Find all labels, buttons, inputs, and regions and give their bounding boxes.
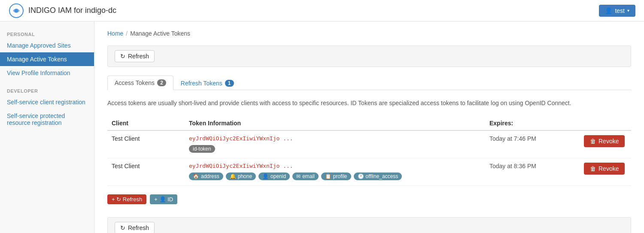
row2-action: 🗑 Revoke <box>580 158 631 186</box>
row1-client: Test Client <box>107 130 185 158</box>
brand-logo <box>9 3 24 18</box>
row1-revoke-label: Revoke <box>598 138 619 145</box>
tab-refresh-tokens-badge: 1 <box>225 80 234 87</box>
row1-badge-id-token: id-token <box>189 145 215 153</box>
row2-scope-badges: 🏠 address 🔔 phone 👤 openid ✉ email 📋 pro… <box>189 172 481 181</box>
row2-token-string: eyJrdWQiOiJyc2ExIiwiYWxnIjo ... <box>189 163 481 169</box>
breadcrumb-current: Manage Active Tokens <box>130 30 190 37</box>
refresh-icon: ↻ <box>120 53 125 60</box>
breadcrumb-separator: / <box>126 30 128 37</box>
tab-access-tokens-badge: 2 <box>157 79 166 86</box>
legend-id-badge[interactable]: + 👤 ID <box>150 194 177 204</box>
tab-refresh-tokens[interactable]: Refresh Tokens 1 <box>173 76 241 90</box>
top-refresh-bar: ↻ Refresh <box>107 45 631 67</box>
row1-badge-id-token-label: id-token <box>193 146 211 152</box>
bottom-refresh-icon: ↻ <box>120 224 125 231</box>
user-menu-button[interactable]: 👤 test ▾ <box>599 5 635 17</box>
tab-access-tokens[interactable]: Access Tokens 2 <box>107 76 173 90</box>
bottom-refresh-button[interactable]: ↻ Refresh <box>115 222 155 233</box>
user-label: test <box>615 7 625 14</box>
bottom-refresh-bar: ↻ Refresh <box>107 217 631 233</box>
navbar-brand: INDIGO IAM for indigo-dc <box>9 3 116 18</box>
row2-badge-address: 🏠 address <box>189 172 223 180</box>
main-content: Home / Manage Active Tokens ↻ Refresh Ac… <box>94 21 644 233</box>
top-refresh-button[interactable]: ↻ Refresh <box>115 50 155 62</box>
legend-refresh-badge[interactable]: + ↻ Refresh <box>107 194 146 204</box>
sidebar-item-manage-active-tokens[interactable]: Manage Active Tokens <box>0 52 94 66</box>
bottom-refresh-label: Refresh <box>128 224 149 231</box>
row2-expires-text: Today at 8:36 PM <box>489 163 536 169</box>
row2-token-info: eyJrdWQiOiJyc2ExIiwiYWxnIjo ... 🏠 addres… <box>185 158 485 186</box>
sidebar-item-manage-approved-sites[interactable]: Manage Approved Sites <box>0 39 94 52</box>
refresh-label: Refresh <box>128 53 149 60</box>
row2-badge-profile: 📋 profile <box>321 172 351 180</box>
row1-token-info: eyJrdWQiOiJyc2ExIiwiYWxnIjo ... id-token <box>185 130 485 158</box>
table-row: Test Client eyJrdWQiOiJyc2ExIiwiYWxnIjo … <box>107 158 631 186</box>
col-header-action <box>580 116 631 130</box>
tab-access-tokens-label: Access Tokens <box>115 79 155 86</box>
row2-revoke-button[interactable]: 🗑 Revoke <box>584 163 625 175</box>
row2-badge-openid: 👤 openid <box>258 172 290 180</box>
trash-icon: 🗑 <box>590 138 596 145</box>
legend-badges: + ↻ Refresh + 👤 ID <box>107 194 631 204</box>
row2-badge-offline-access: 🕐 offline_access <box>354 172 402 180</box>
app-title: INDIGO IAM for indigo-dc <box>28 6 116 15</box>
table-row: Test Client eyJrdWQiOiJyc2ExIiwiYWxnIjo … <box>107 130 631 158</box>
navbar: INDIGO IAM for indigo-dc 👤 test ▾ <box>0 0 644 21</box>
row1-revoke-button[interactable]: 🗑 Revoke <box>584 135 625 147</box>
row2-revoke-label: Revoke <box>598 165 619 172</box>
page-layout: Personal Manage Approved Sites Manage Ac… <box>0 21 644 233</box>
sidebar-developer-label: Developer <box>0 85 94 95</box>
user-icon: 👤 <box>605 7 612 14</box>
row1-action: 🗑 Revoke <box>580 130 631 158</box>
row1-token-string: eyJrdWQiOiJyc2ExIiwiYWxnIjo ... <box>189 135 481 142</box>
trash-icon-2: 🗑 <box>590 165 596 172</box>
sidebar-personal-label: Personal <box>0 28 94 39</box>
caret-icon: ▾ <box>627 8 629 13</box>
sidebar-item-self-service-client[interactable]: Self-service client registration <box>0 95 94 109</box>
breadcrumb: Home / Manage Active Tokens <box>107 30 631 37</box>
col-header-client: Client <box>107 116 185 130</box>
row2-badge-phone: 🔔 phone <box>226 172 256 180</box>
col-header-token: Token Information <box>185 116 485 130</box>
row2-badge-email: ✉ email <box>292 172 319 180</box>
row1-expires: Today at 7:46 PM <box>485 130 580 158</box>
tabs-container: Access Tokens 2 Refresh Tokens 1 <box>107 76 631 90</box>
row2-client: Test Client <box>107 158 185 186</box>
sidebar: Personal Manage Approved Sites Manage Ac… <box>0 21 94 233</box>
svg-point-1 <box>15 9 18 12</box>
access-tokens-description: Access tokens are usually short-lived an… <box>107 99 631 108</box>
tab-refresh-tokens-label: Refresh Tokens <box>181 80 222 87</box>
tokens-table: Client Token Information Expires: Test C… <box>107 116 631 186</box>
sidebar-item-self-service-protected[interactable]: Self-service protected resource registra… <box>0 109 94 130</box>
row2-expires: Today at 8:36 PM <box>485 158 580 186</box>
row1-expires-text: Today at 7:46 PM <box>489 135 536 142</box>
col-header-expires: Expires: <box>485 116 580 130</box>
breadcrumb-home[interactable]: Home <box>107 30 123 37</box>
sidebar-item-view-profile[interactable]: View Profile Information <box>0 66 94 80</box>
